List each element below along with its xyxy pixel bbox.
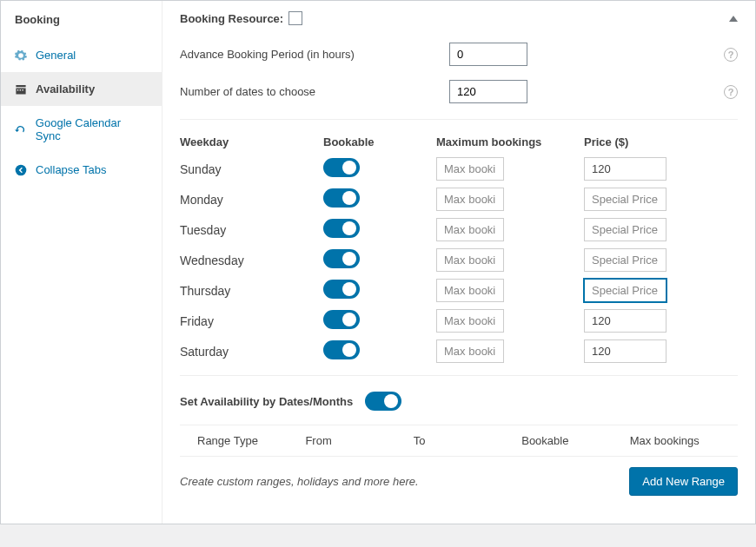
sidebar-item-label: Availability [36, 82, 95, 96]
price-input[interactable] [584, 279, 666, 302]
sidebar-item-availability[interactable]: Availability [1, 72, 162, 106]
price-input[interactable] [584, 188, 666, 211]
calendar-icon [15, 83, 27, 96]
price-input[interactable] [584, 248, 666, 272]
price-input[interactable] [584, 157, 666, 181]
weekday-name: Wednesday [180, 254, 323, 267]
weekday-row: Sunday [180, 154, 738, 184]
booking-resource-checkbox[interactable] [288, 11, 302, 25]
price-input[interactable] [584, 218, 666, 241]
weekday-row: Wednesday [180, 245, 738, 275]
sidebar-item-general[interactable]: General [1, 38, 162, 72]
gear-icon [15, 49, 27, 62]
bookable-toggle[interactable] [323, 310, 360, 329]
help-icon[interactable]: ? [724, 85, 738, 99]
divider [180, 375, 738, 376]
weekday-row: Friday [180, 306, 738, 336]
bookable-toggle[interactable] [323, 219, 360, 238]
main-content: Booking Resource: Advance Booking Period… [162, 1, 755, 524]
range-max-header: Max bookings [630, 434, 738, 447]
max-bookings-input[interactable] [436, 339, 504, 363]
sidebar-item-google-sync[interactable]: Google Calendar Sync [1, 106, 162, 153]
sync-icon [15, 123, 27, 135]
weekday-name: Monday [180, 193, 323, 207]
range-from-header: From [305, 434, 413, 447]
weekday-name: Saturday [180, 345, 323, 359]
weekday-name: Sunday [180, 162, 323, 176]
bookable-toggle[interactable] [323, 340, 360, 359]
sidebar-item-collapse-tabs[interactable]: Collapse Tabs [1, 153, 162, 187]
range-empty-message: Create custom ranges, holidays and more … [180, 475, 629, 488]
weekday-name: Thursday [180, 284, 323, 298]
availability-by-dates-label: Set Availability by Dates/Months [180, 395, 353, 408]
booking-resource-label: Booking Resource: [180, 12, 283, 25]
num-dates-label: Number of dates to choose [180, 85, 449, 98]
main-header: Booking Resource: [180, 1, 738, 36]
num-dates-input[interactable] [449, 80, 527, 103]
price-input[interactable] [584, 309, 666, 333]
range-type-header: Range Type [197, 434, 305, 447]
availability-by-dates-toggle[interactable] [365, 392, 401, 411]
bookable-toggle[interactable] [323, 249, 360, 268]
range-table-header: Range Type From To Bookable Max bookings [180, 425, 738, 456]
weekday-row: Thursday [180, 275, 738, 306]
sidebar: Booking General Availability Google Cale… [1, 1, 162, 524]
divider [180, 119, 738, 120]
collapse-icon [15, 164, 27, 176]
help-icon[interactable]: ? [724, 48, 738, 62]
max-bookings-input[interactable] [436, 248, 504, 272]
max-bookings-input[interactable] [436, 279, 504, 302]
advance-period-label: Advance Booking Period (in hours) [180, 48, 449, 61]
week-header-row: Weekday Bookable Maximum bookings Price … [180, 130, 738, 154]
maxbook-header: Maximum bookings [436, 135, 584, 148]
sidebar-item-label: General [36, 49, 76, 62]
range-bookable-header: Bookable [521, 434, 629, 447]
weekday-row: Monday [180, 184, 738, 214]
weekday-name: Tuesday [180, 223, 323, 237]
bookable-header: Bookable [323, 135, 436, 148]
max-bookings-input[interactable] [436, 188, 504, 211]
weekday-row: Tuesday [180, 214, 738, 245]
bookable-toggle[interactable] [323, 188, 360, 208]
bookable-toggle[interactable] [323, 158, 360, 177]
sidebar-item-label: Google Calendar Sync [36, 116, 148, 142]
sidebar-item-label: Collapse Tabs [36, 163, 106, 176]
weekday-name: Friday [180, 314, 323, 328]
add-new-range-button[interactable]: Add New Range [629, 467, 738, 496]
sidebar-title: Booking [1, 1, 162, 38]
price-input[interactable] [584, 339, 666, 363]
max-bookings-input[interactable] [436, 218, 504, 241]
collapse-caret-icon[interactable] [729, 16, 738, 22]
price-header: Price ($) [584, 135, 723, 148]
advance-period-input[interactable] [449, 43, 527, 66]
svg-point-0 [16, 164, 27, 175]
range-to-header: To [414, 434, 521, 447]
weekday-row: Saturday [180, 336, 738, 366]
bookable-toggle[interactable] [323, 280, 360, 299]
max-bookings-input[interactable] [436, 309, 504, 333]
max-bookings-input[interactable] [436, 157, 504, 181]
weekday-header: Weekday [180, 135, 323, 148]
